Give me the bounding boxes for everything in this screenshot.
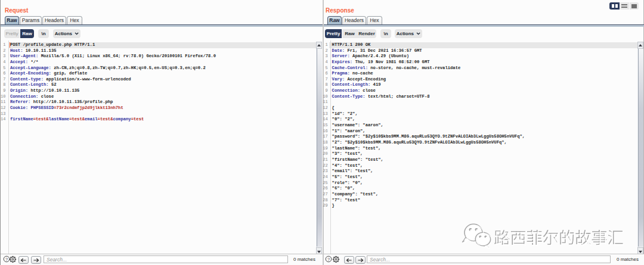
svg-text:?: ? [327, 257, 330, 262]
svg-text:?: ? [5, 257, 8, 262]
